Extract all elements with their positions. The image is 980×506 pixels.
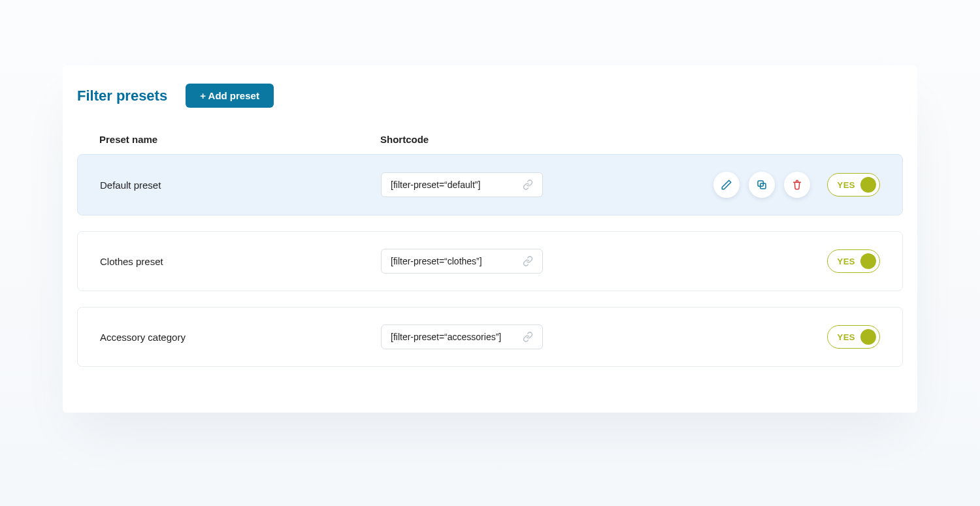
enabled-toggle[interactable]: YES xyxy=(827,325,880,349)
shortcode-cell: [filter-preset=“clothes”] xyxy=(381,249,819,274)
add-preset-button[interactable]: + Add preset xyxy=(186,84,274,108)
shortcode-field[interactable]: [filter-preset=“accessories”] xyxy=(381,324,543,349)
row-actions: YES xyxy=(819,249,880,273)
link-icon[interactable] xyxy=(523,332,533,342)
shortcode-field[interactable]: [filter-preset=“default”] xyxy=(381,172,543,197)
toggle-label: YES xyxy=(837,257,855,266)
copy-icon xyxy=(756,179,768,191)
rows-container: Default preset[filter-preset=“default”]Y… xyxy=(77,154,903,367)
toggle-label: YES xyxy=(837,332,855,342)
enabled-toggle[interactable]: YES xyxy=(827,249,880,273)
toggle-knob xyxy=(860,253,876,269)
table-header: Preset name Shortcode xyxy=(77,134,903,154)
preset-row[interactable]: Default preset[filter-preset=“default”]Y… xyxy=(77,154,903,215)
page-title: Filter presets xyxy=(77,87,167,104)
preset-name: Accessory category xyxy=(100,332,381,343)
delete-button[interactable] xyxy=(784,172,810,198)
shortcode-cell: [filter-preset=“accessories”] xyxy=(381,324,819,349)
panel-header: Filter presets + Add preset xyxy=(77,84,903,108)
column-header-shortcode: Shortcode xyxy=(380,134,881,145)
link-icon[interactable] xyxy=(523,256,533,266)
shortcode-text: [filter-preset=“default”] xyxy=(391,180,480,190)
shortcode-text: [filter-preset=“accessories”] xyxy=(391,332,501,342)
shortcode-text: [filter-preset=“clothes”] xyxy=(391,256,482,266)
enabled-toggle[interactable]: YES xyxy=(827,173,880,197)
preset-name: Clothes preset xyxy=(100,256,381,267)
trash-icon xyxy=(791,179,803,191)
preset-row[interactable]: Clothes preset[filter-preset=“clothes”]Y… xyxy=(77,231,903,291)
edit-button[interactable] xyxy=(713,172,740,198)
toggle-knob xyxy=(860,177,876,193)
link-icon[interactable] xyxy=(523,180,533,190)
row-actions: YES xyxy=(819,325,880,349)
preset-name: Default preset xyxy=(100,180,381,191)
shortcode-field[interactable]: [filter-preset=“clothes”] xyxy=(381,249,543,274)
toggle-knob xyxy=(860,329,876,345)
duplicate-button[interactable] xyxy=(749,172,775,198)
row-actions: YES xyxy=(713,172,880,198)
filter-presets-panel: Filter presets + Add preset Preset name … xyxy=(63,65,917,413)
column-header-name: Preset name xyxy=(99,134,380,145)
pencil-icon xyxy=(721,179,732,191)
toggle-label: YES xyxy=(837,180,855,190)
shortcode-cell: [filter-preset=“default”] xyxy=(381,172,713,197)
preset-row[interactable]: Accessory category[filter-preset=“access… xyxy=(77,307,903,367)
